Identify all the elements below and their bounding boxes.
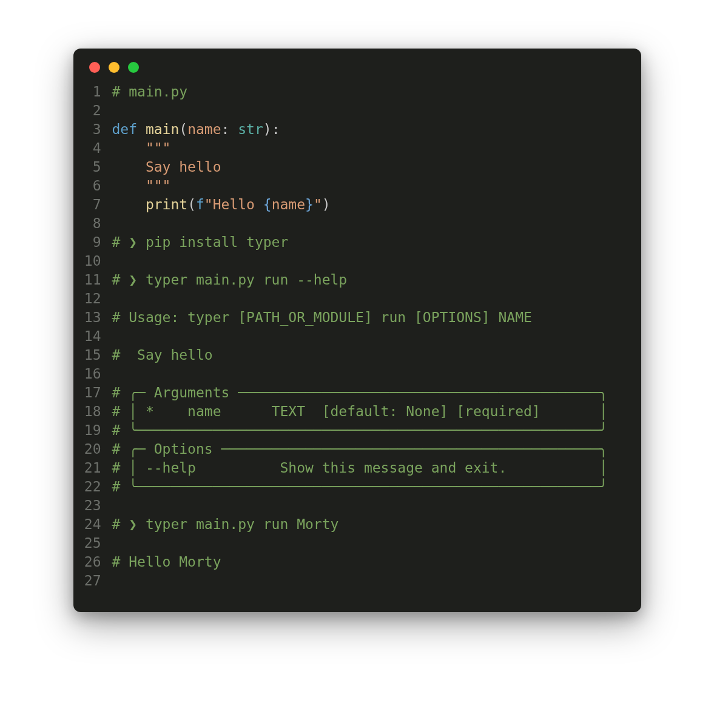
code-line: 15# Say hello	[81, 346, 627, 365]
code-line: 13# Usage: typer [PATH_OR_MODULE] run [O…	[81, 308, 627, 327]
code-content: # ╰─────────────────────────────────────…	[112, 421, 627, 440]
line-number: 10	[81, 252, 112, 271]
code-editor[interactable]: 1# main.py23def main(name: str):4 """5 S…	[73, 83, 641, 595]
code-content: def main(name: str):	[112, 120, 627, 139]
line-number: 5	[81, 158, 112, 177]
code-line: 16	[81, 365, 627, 383]
maximize-icon[interactable]	[128, 62, 139, 73]
code-content: # main.py	[112, 83, 627, 101]
code-content	[112, 365, 627, 383]
code-line: 11# ❯ typer main.py run --help	[81, 271, 627, 289]
code-content: # │ * name TEXT [default: None] [require…	[112, 402, 627, 421]
line-number: 24	[81, 515, 112, 534]
code-content: Say hello	[112, 158, 627, 177]
code-content: """	[112, 177, 627, 195]
code-content: # Say hello	[112, 346, 627, 365]
code-line: 12	[81, 289, 627, 308]
code-line: 7 print(f"Hello {name}")	[81, 195, 627, 214]
code-line: 14	[81, 327, 627, 346]
line-number: 20	[81, 440, 112, 459]
code-content: # ╭─ Options ───────────────────────────…	[112, 440, 627, 459]
line-number: 26	[81, 553, 112, 571]
code-line: 10	[81, 252, 627, 271]
code-line: 2	[81, 101, 627, 120]
code-content: """	[112, 139, 627, 158]
code-content: # Hello Morty	[112, 553, 627, 571]
minimize-icon[interactable]	[109, 62, 120, 73]
code-line: 4 """	[81, 139, 627, 158]
code-line: 22# ╰───────────────────────────────────…	[81, 477, 627, 496]
code-content: print(f"Hello {name}")	[112, 195, 627, 214]
code-content: # ❯ pip install typer	[112, 233, 627, 252]
code-content	[112, 101, 627, 120]
code-content: # ╭─ Arguments ─────────────────────────…	[112, 383, 627, 402]
code-line: 24# ❯ typer main.py run Morty	[81, 515, 627, 534]
code-content	[112, 252, 627, 271]
line-number: 27	[81, 571, 112, 590]
line-number: 18	[81, 402, 112, 421]
line-number: 23	[81, 496, 112, 515]
line-number: 13	[81, 308, 112, 327]
code-content: # ❯ typer main.py run Morty	[112, 515, 627, 534]
line-number: 21	[81, 459, 112, 477]
line-number: 1	[81, 83, 112, 101]
code-content	[112, 571, 627, 590]
window-titlebar	[73, 49, 641, 83]
line-number: 14	[81, 327, 112, 346]
code-content	[112, 534, 627, 553]
code-line: 20# ╭─ Options ─────────────────────────…	[81, 440, 627, 459]
code-line: 27	[81, 571, 627, 590]
code-content	[112, 289, 627, 308]
code-line: 25	[81, 534, 627, 553]
code-line: 3def main(name: str):	[81, 120, 627, 139]
code-content: # │ --help Show this message and exit. │	[112, 459, 627, 477]
line-number: 9	[81, 233, 112, 252]
code-line: 18# │ * name TEXT [default: None] [requi…	[81, 402, 627, 421]
line-number: 15	[81, 346, 112, 365]
code-line: 26# Hello Morty	[81, 553, 627, 571]
line-number: 8	[81, 214, 112, 233]
code-line: 19# ╰───────────────────────────────────…	[81, 421, 627, 440]
code-line: 9# ❯ pip install typer	[81, 233, 627, 252]
line-number: 25	[81, 534, 112, 553]
code-line: 17# ╭─ Arguments ───────────────────────…	[81, 383, 627, 402]
code-line: 8	[81, 214, 627, 233]
line-number: 7	[81, 195, 112, 214]
code-window: 1# main.py23def main(name: str):4 """5 S…	[73, 49, 641, 612]
line-number: 17	[81, 383, 112, 402]
code-line: 6 """	[81, 177, 627, 195]
line-number: 4	[81, 139, 112, 158]
line-number: 12	[81, 289, 112, 308]
close-icon[interactable]	[89, 62, 100, 73]
line-number: 2	[81, 101, 112, 120]
code-content	[112, 327, 627, 346]
code-content: # Usage: typer [PATH_OR_MODULE] run [OPT…	[112, 308, 627, 327]
code-content	[112, 496, 627, 515]
line-number: 19	[81, 421, 112, 440]
line-number: 6	[81, 177, 112, 195]
code-content: # ❯ typer main.py run --help	[112, 271, 627, 289]
code-content: # ╰─────────────────────────────────────…	[112, 477, 627, 496]
code-line: 5 Say hello	[81, 158, 627, 177]
line-number: 11	[81, 271, 112, 289]
code-content	[112, 214, 627, 233]
line-number: 22	[81, 477, 112, 496]
code-line: 1# main.py	[81, 83, 627, 101]
line-number: 16	[81, 365, 112, 383]
code-line: 23	[81, 496, 627, 515]
line-number: 3	[81, 120, 112, 139]
code-line: 21# │ --help Show this message and exit.…	[81, 459, 627, 477]
